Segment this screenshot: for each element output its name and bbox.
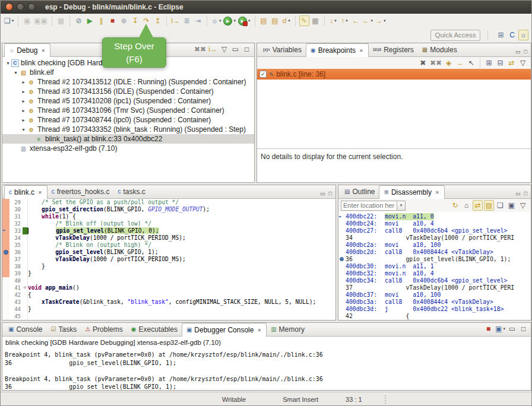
go-to-file-for-breakpoint-button[interactable]: → [455,58,465,68]
line-number[interactable]: 31 [10,213,23,220]
editor-tab-tasks-c[interactable]: ctasks.c [113,185,149,198]
show-breakpoint-types-button[interactable]: ◈ [444,58,454,68]
disassembly-instruction-line[interactable]: 400dbc24:movi a10, 4 [338,220,531,227]
close-tab-icon[interactable]: ✕ [41,47,46,54]
line-number[interactable]: 40 [10,277,23,284]
close-tab-icon[interactable]: ✕ [37,189,43,196]
disassembly-listing[interactable]: ►400dbc22:movi.n a11, 0400dbc24:movi a10… [338,212,531,320]
line-number[interactable]: 39 [10,270,23,277]
expand-closed-icon[interactable]: ▸ [20,99,27,104]
line-number[interactable]: 34 [10,234,23,242]
window-close-button[interactable] [5,3,13,11]
editor-line[interactable]: 42{ [2,291,335,299]
right-tab-breakpoints[interactable]: ◉Breakpoints✕ [306,43,369,57]
external-tools-dropdown-icon[interactable]: ▾ [248,18,251,23]
c-cpp-perspective-button[interactable]: C [507,30,517,40]
remove-all-terminated-button[interactable]: ✖✖ [194,44,207,55]
next-annotation-button[interactable]: ↓▾ [328,15,338,26]
disassembly-instruction-line[interactable]: 400dbc30:movi.n a11, 1 [338,263,531,270]
editor-line[interactable]: 41⊖void app_main() [2,284,335,291]
editor-line[interactable]: ►33 gpio_set_level(BLINK_GPIO, 0); [2,227,335,234]
open-new-view-button[interactable]: ❏ [495,200,505,211]
line-number[interactable]: 43 [10,299,23,306]
expand-closed-icon[interactable]: ▸ [20,80,27,85]
expand-open-icon[interactable]: ▾ [5,61,11,66]
skip-all-breakpoints-button[interactable]: ⊘ [74,15,84,26]
disassembly-instruction-line[interactable]: 400dbc2d:call8 0x400844c4 <vTaskDelay> [338,249,531,256]
editor-line[interactable]: 35 /* Blink on (output high) */ [2,242,335,249]
window-minimize-button[interactable] [17,3,24,11]
save-all-button[interactable]: ▣▣ [33,15,48,26]
disassembly-instruction-line[interactable]: 400dbc32:movi.n a10, 4 [338,270,531,277]
disasm-view-menu-button[interactable]: ▽ [518,200,528,211]
expand-open-icon[interactable]: ▾ [20,127,27,132]
skip-all-breakpoints-view-button[interactable]: ↖ [466,58,476,68]
editor-line[interactable]: 44} [2,306,335,313]
editor-line[interactable]: 45 [2,313,335,320]
console-minimize-button[interactable]: ▭ [507,323,517,334]
new-wizard-button[interactable]: ❏▾ [4,15,14,26]
previous-annotation-button[interactable]: ↑▾ [340,15,350,26]
breakpoints-view-menu-button[interactable]: ▽ [518,58,528,68]
build-button[interactable]: ▦ [56,15,66,26]
line-number[interactable]: 44 [10,306,23,313]
disasm-maximize-icon[interactable]: □ [524,191,527,196]
terminate-button[interactable]: ■ [107,15,118,26]
editor-line[interactable]: 32 /* Blink off (output low) */ [2,220,335,227]
line-number[interactable]: 32 [10,220,23,227]
line-number[interactable]: 37 [10,256,23,263]
window-maximize-button[interactable] [28,3,36,11]
run-dropdown-icon[interactable]: ▾ [233,18,236,23]
editor-line[interactable]: 29 /* Set the GPIO as a push/pull output… [2,199,335,206]
mark-occurrences-button[interactable]: ✎ [299,15,309,26]
instruction-stepping-button[interactable]: i→ [170,15,180,26]
console-terminate-button[interactable]: ■ [483,323,493,334]
console-tab-tasks[interactable]: ☑Tasks [46,323,81,336]
remove-breakpoint-button[interactable]: ✖ [418,58,428,68]
editor-line[interactable]: 38 } [2,263,335,270]
debug-tree-item[interactable]: ▥xtensa-esp32-elf-gdb (7.10) [2,144,254,153]
debug-tree-item[interactable]: ▾⊚Thread #9 1073433352 (blink_task : Run… [2,125,254,134]
step-return-button[interactable]: ↥ [153,15,163,26]
expand-closed-icon[interactable]: ▸ [20,118,27,123]
open-resource-button[interactable]: ▤ [270,15,280,26]
line-number[interactable]: 35 [10,242,23,249]
disassembly-source-line[interactable]: 42 { [338,313,531,320]
external-tools-button[interactable]: ▶▾ [238,15,251,26]
back-button[interactable]: ←▾ [362,15,374,26]
editor-minimize-icon[interactable]: ▭ [320,191,325,196]
debug-minimize-button[interactable]: ▭ [230,44,240,55]
disassembly-instruction-line[interactable]: 400dbc34:call8 0x400dc6b4 <gpio_set_leve… [338,277,531,284]
console-tab-problems[interactable]: ⚠Problems [81,323,127,336]
search-dropdown-icon[interactable]: ▾ [288,18,290,23]
disasm-home-button[interactable]: ⌂ [461,200,471,211]
use-step-filters-button[interactable]: ⇥ [193,15,203,26]
debug-configurations-dropdown-icon[interactable]: ▾ [219,18,221,23]
editor-line[interactable]: 34 vTaskDelay(1000 / portTICK_PERIOD_MS)… [2,234,335,242]
run-button[interactable]: ▶▾ [223,15,236,26]
remove-all-breakpoints-button[interactable]: ✖✖ [429,58,442,68]
debug-tab-debug[interactable]: ☼Debug✕ [4,43,50,57]
location-input[interactable] [341,201,397,211]
debug-tree-item[interactable]: ▸⊚Thread #3 1073413156 (IDLE) (Suspended… [2,87,254,96]
console-log[interactable]: Breakpoint 4, blink_task (pvParameter=0x… [2,347,531,390]
line-number[interactable]: 42 [10,291,23,299]
back-dropdown-icon[interactable]: ▾ [371,18,373,23]
console-tab-console[interactable]: ▣Console [4,323,46,336]
editor-line[interactable]: 39} [2,270,335,277]
open-element-button[interactable]: ▤ [259,15,269,26]
debug-tree-item[interactable]: ≡blink_task() at blink.c:33 0x400dbc22 [2,134,254,144]
editor-maximize-icon[interactable]: □ [329,191,332,196]
drop-to-frame-button[interactable]: ≣ [182,15,192,26]
line-number[interactable]: 33 [10,227,23,234]
debug-maximize-button[interactable]: □ [242,44,252,55]
previous-annotation-dropdown-icon[interactable]: ▾ [346,18,348,23]
editor-line[interactable]: 37 vTaskDelay(1000 / portTICK_PERIOD_MS)… [2,256,335,263]
editor-tab-freertos-hooks-c[interactable]: cfreertos_hooks.c [48,185,114,198]
toggle-block-selection-button[interactable]: ▦ [311,15,321,26]
fold-collapse-icon[interactable]: ⊖ [23,284,28,291]
line-number[interactable]: 29 [10,199,23,206]
debug-tree-item[interactable]: ▸⊚Thread #7 1073408744 (ipc0) (Suspended… [2,115,254,125]
disassembly-instruction-line[interactable]: 400dbc37:movi a10, 100 [338,291,531,299]
expand-closed-icon[interactable]: ▸ [20,108,27,113]
